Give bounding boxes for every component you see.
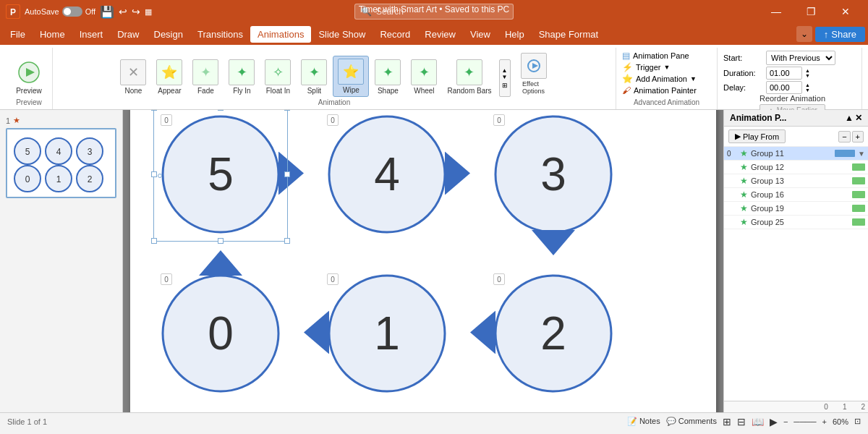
handle-bc[interactable] <box>218 238 224 244</box>
view-slideshow[interactable]: ▶ <box>770 416 778 427</box>
handle-tl[interactable] <box>151 110 157 111</box>
status-right: 📝 Notes 💬 Comments ⊞ ⊟ 📖 ▶ − ──── + 60% … <box>627 416 861 427</box>
fit-btn[interactable]: ⊡ <box>854 417 861 426</box>
split-icon: ✦ <box>301 59 327 85</box>
menu-slideshow[interactable]: Slide Show <box>311 26 373 43</box>
undo-icon[interactable]: ↩ <box>119 6 127 17</box>
duration-input[interactable]: 01.00 <box>766 67 802 80</box>
anim-shape[interactable]: ✦ Shape <box>370 57 405 97</box>
anim-item-group25[interactable]: ★ Group 25 <box>724 216 868 229</box>
menu-insert[interactable]: Insert <box>72 26 111 43</box>
menu-design[interactable]: Design <box>147 26 190 43</box>
circle-group-1[interactable]: 0 1 <box>326 272 448 395</box>
notes-btn[interactable]: 📝 Notes <box>627 417 660 426</box>
restore-button[interactable]: ❐ <box>794 0 827 23</box>
anim-item-group19[interactable]: ★ Group 19 <box>724 202 868 216</box>
menu-shape-format[interactable]: Shape Format <box>532 26 605 43</box>
delay-up[interactable]: ▲ <box>805 82 810 88</box>
split-star: ✦ <box>309 64 320 80</box>
delay-value: 00.00 <box>770 83 790 92</box>
handle-tc[interactable] <box>218 110 224 111</box>
canvas-area[interactable]: ⚙ 0 5 <box>123 110 723 412</box>
anim-wheel[interactable]: ✦ Wheel <box>407 57 441 97</box>
duration-up[interactable]: ▲ <box>805 68 810 73</box>
effect-options-button[interactable]: EffectOptions <box>515 51 553 97</box>
menu-view[interactable]: View <box>463 26 498 43</box>
anim-wipe[interactable]: ⭐ Wipe <box>333 56 369 97</box>
panel-close-icon[interactable]: ✕ <box>855 113 862 123</box>
zoom-out-btn[interactable]: − <box>783 417 788 426</box>
anim-random-bars[interactable]: ✦ Random Bars <box>443 57 495 97</box>
play-from-button[interactable]: ▶ Play From <box>728 129 786 143</box>
menu-review[interactable]: Review <box>417 26 463 43</box>
menu-home[interactable]: Home <box>33 26 72 43</box>
svg-text:0: 0 <box>25 174 30 184</box>
circle-group-4[interactable]: 0 4 <box>326 113 448 236</box>
autosave-toggle[interactable] <box>62 7 82 17</box>
zoom-in-btn[interactable]: + <box>822 417 827 426</box>
shape-icon: ✦ <box>375 59 401 85</box>
quick-access-icon[interactable]: ▦ <box>145 7 152 17</box>
menu-file[interactable]: File <box>3 26 33 43</box>
anim-float-in[interactable]: ✧ Float In <box>260 57 295 97</box>
anim-appear[interactable]: ⭐ Appear <box>152 57 187 97</box>
menu-transitions[interactable]: Transitions <box>190 26 250 43</box>
menu-help[interactable]: Help <box>498 26 532 43</box>
redo-icon[interactable]: ↪ <box>132 6 140 17</box>
handle-tr[interactable] <box>284 110 290 111</box>
view-reading[interactable]: 📖 <box>752 416 764 427</box>
menu-record[interactable]: Record <box>373 26 417 43</box>
save-icon[interactable]: 💾 <box>100 5 114 19</box>
anim-item-group16[interactable]: ★ Group 16 <box>724 188 868 202</box>
panel-collapse-icon[interactable]: ▲ <box>845 113 854 123</box>
handle-br[interactable] <box>284 238 290 244</box>
wheel-label: Wheel <box>414 87 434 95</box>
circle-group-0[interactable]: 0 0 <box>159 272 282 395</box>
anim-fly-in[interactable]: ✦ Fly In <box>224 57 259 97</box>
ribbon-toggle[interactable]: ⌄ <box>796 26 812 42</box>
handle-bl[interactable] <box>151 238 157 244</box>
preview-icon <box>16 59 42 85</box>
anim-item-group11[interactable]: 0 ★ Group 11 ▼ <box>724 147 868 161</box>
start-dropdown[interactable]: With Previous After Previous On Click <box>766 51 835 65</box>
delay-input[interactable]: 00.00 <box>766 81 802 94</box>
fade-label: Fade <box>197 87 214 95</box>
anim-star-group16: ★ <box>740 190 748 200</box>
delay-down[interactable]: ▼ <box>805 88 810 93</box>
circle-group-2[interactable]: 0 2 <box>492 272 615 395</box>
delay-spinner[interactable]: ▲ ▼ <box>805 82 810 93</box>
panel-shrink-btn[interactable]: − <box>838 131 850 142</box>
handle-ml[interactable] <box>151 171 157 177</box>
view-normal[interactable]: ⊞ <box>723 416 731 427</box>
menu-draw[interactable]: Draw <box>110 26 146 43</box>
anim-split[interactable]: ✦ Split <box>297 57 331 97</box>
more-animations-button[interactable]: ▲ ▼ ⊞ <box>499 59 511 97</box>
close-button[interactable]: ✕ <box>829 0 862 23</box>
animation-painter-button[interactable]: 🖌 Animation Painter <box>622 85 697 95</box>
anim-fade[interactable]: ✦ Fade <box>188 57 223 97</box>
anim-item-group13[interactable]: ★ Group 13 <box>724 174 868 188</box>
minimize-button[interactable]: — <box>760 0 793 23</box>
trigger-button[interactable]: ⚡ Trigger ▼ <box>622 62 670 72</box>
duration-spinner[interactable]: ▲ ▼ <box>805 68 810 78</box>
duration-down[interactable]: ▼ <box>805 73 810 78</box>
anim-item-group12[interactable]: ★ Group 12 <box>724 161 868 174</box>
add-animation-button[interactable]: ⭐ Add Animation ▼ <box>622 74 697 84</box>
anim-dropdown-group11[interactable]: ▼ <box>858 150 865 158</box>
arrow-right-5 <box>278 152 304 197</box>
slide-thumbnail-1[interactable]: 5 4 3 0 1 2 <box>6 128 116 198</box>
circle-group-5[interactable]: 0 5 <box>159 113 282 236</box>
preview-button[interactable]: Preview <box>12 57 46 97</box>
search-box[interactable]: 🔍 Search <box>354 4 514 20</box>
view-slide-sorter[interactable]: ⊟ <box>737 416 746 427</box>
animation-pane-button[interactable]: ▤ Animation Pane <box>622 51 689 61</box>
comments-btn[interactable]: 💬 Comments <box>666 417 717 426</box>
panel-expand-btn[interactable]: + <box>852 131 864 142</box>
circle-group-3[interactable]: 0 3 <box>492 113 615 236</box>
slide-canvas[interactable]: 0 5 <box>130 110 716 412</box>
anim-star-group11: ★ <box>740 148 748 158</box>
anim-none[interactable]: ✕ None <box>116 57 150 97</box>
menu-animations[interactable]: Animations <box>250 26 311 43</box>
zoom-slider[interactable]: ──── <box>793 417 816 426</box>
share-button[interactable]: ↑ Share <box>815 27 865 42</box>
